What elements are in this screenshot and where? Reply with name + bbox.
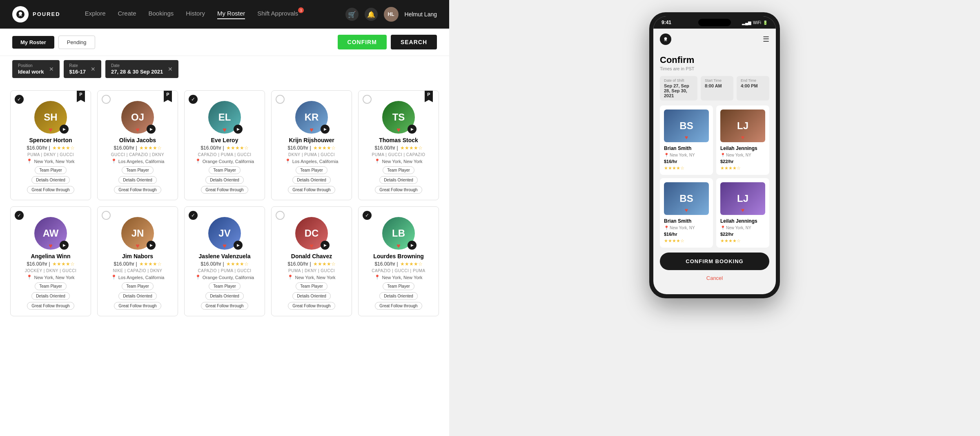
location-pin-icon: 📍 bbox=[287, 275, 293, 280]
bell-icon[interactable]: 🔔 bbox=[365, 8, 378, 21]
worker-tag[interactable]: Details Oriented bbox=[205, 292, 244, 300]
worker-tag[interactable]: Team Player bbox=[122, 166, 154, 174]
toolbar: My Roster Pending CONFIRM SEARCH bbox=[0, 29, 449, 56]
cancel-button[interactable]: Cancel bbox=[660, 273, 769, 283]
worker-tag[interactable]: Great Follow through bbox=[201, 302, 248, 310]
worker-tag[interactable]: Team Player bbox=[383, 282, 414, 290]
pending-button[interactable]: Pending bbox=[58, 36, 95, 49]
worker-tag[interactable]: Team Player bbox=[209, 282, 241, 290]
check-icon[interactable]: ✓ bbox=[15, 211, 24, 220]
play-icon[interactable]: ▶ bbox=[408, 125, 416, 134]
confirm-booking-button[interactable]: CONFIRM BOOKING bbox=[660, 253, 769, 270]
worker-card[interactable]: P TS ♥ ▶ Thomas Stock $16.00/hr | ★★★★☆ … bbox=[358, 90, 439, 200]
worker-tag[interactable]: Details Oriented bbox=[118, 176, 157, 184]
filter-rate-close[interactable]: ✕ bbox=[91, 66, 96, 72]
play-icon[interactable]: ▶ bbox=[234, 125, 243, 134]
worker-tag[interactable]: Team Player bbox=[296, 166, 327, 174]
worker-tag[interactable]: Great Follow through bbox=[201, 186, 248, 194]
phone-mockup: 9:41 ▂▄▆ WiFi 🔋 ☰ Confirm Times are in P… bbox=[649, 12, 780, 298]
worker-tag[interactable]: Details Oriented bbox=[292, 176, 331, 184]
check-icon[interactable] bbox=[102, 211, 111, 220]
worker-tag[interactable]: Great Follow through bbox=[288, 302, 335, 310]
notification-icon[interactable]: 🛒 bbox=[345, 8, 359, 21]
worker-card[interactable]: DC ♥ ▶ Donald Chavez $16.00/hr | ★★★★☆ P… bbox=[271, 206, 352, 316]
nav-explore[interactable]: Explore bbox=[85, 10, 106, 19]
check-icon[interactable]: ✓ bbox=[15, 95, 24, 104]
filters: Position Ideal work ✕ Rate $16-17 ✕ Date… bbox=[0, 56, 449, 84]
play-icon[interactable]: ▶ bbox=[60, 125, 69, 134]
worker-tag[interactable]: Details Oriented bbox=[118, 292, 157, 300]
worker-card[interactable]: JN ♥ ▶ Jim Nabors $16.00/hr | ★★★★☆ NIKE… bbox=[97, 206, 178, 316]
worker-tag[interactable]: Details Oriented bbox=[292, 292, 331, 300]
phone-worker-card[interactable]: LJ ♥ Leilah Jennings 📍New York, NY $22/h… bbox=[716, 105, 769, 175]
worker-card[interactable]: ✓ AW ♥ ▶ Angelina Winn $16.00/hr | ★★★★☆… bbox=[10, 206, 91, 316]
worker-tag[interactable]: Great Follow through bbox=[114, 302, 161, 310]
check-icon[interactable] bbox=[276, 211, 285, 220]
worker-tag[interactable]: Great Follow through bbox=[375, 186, 422, 194]
confirm-button[interactable]: CONFIRM bbox=[338, 35, 387, 49]
worker-tag[interactable]: Team Player bbox=[122, 282, 154, 290]
avatar[interactable]: HL bbox=[384, 7, 399, 22]
location-pin-icon: 📍 bbox=[374, 275, 380, 280]
right-panel: 9:41 ▂▄▆ WiFi 🔋 ☰ Confirm Times are in P… bbox=[449, 0, 980, 436]
worker-tag[interactable]: Details Oriented bbox=[379, 292, 418, 300]
worker-tag[interactable]: Great Follow through bbox=[27, 186, 74, 194]
play-icon[interactable]: ▶ bbox=[147, 241, 156, 250]
nav-bookings[interactable]: Bookings bbox=[149, 10, 174, 19]
worker-card[interactable]: KR ♥ ▶ Krijn Rijshouwer $16.00/hr | ★★★★… bbox=[271, 90, 352, 200]
bookmark-p: P bbox=[427, 92, 430, 97]
worker-tags: Team PlayerDetails OrientedGreat Follow … bbox=[102, 282, 173, 310]
check-icon[interactable]: ✓ bbox=[189, 211, 198, 220]
worker-tag[interactable]: Team Player bbox=[383, 166, 414, 174]
phone-worker-card[interactable]: LJ ♥ Leilah Jennings 📍New York, NY $22/h… bbox=[716, 178, 769, 248]
check-icon[interactable]: ✓ bbox=[363, 211, 372, 220]
phone-notch-pill bbox=[698, 19, 731, 26]
nav-my-roster[interactable]: My Roster bbox=[217, 10, 245, 19]
filter-position-close[interactable]: ✕ bbox=[49, 66, 54, 72]
filter-rate[interactable]: Rate $16-17 ✕ bbox=[64, 60, 101, 78]
check-icon[interactable]: ✓ bbox=[189, 95, 198, 104]
heart-icon: ♥ bbox=[396, 126, 401, 134]
phone-menu-icon[interactable]: ☰ bbox=[763, 35, 769, 44]
my-roster-button[interactable]: My Roster bbox=[12, 36, 54, 49]
phone-worker-card[interactable]: BS ♥ Brian Smith 📍New York, NY $16/hr ★★… bbox=[660, 105, 713, 175]
worker-card[interactable]: P OJ ♥ ▶ Olivia Jacobs $16.00/hr | ★★★★☆… bbox=[97, 90, 178, 200]
worker-card[interactable]: ✓ LB ♥ ▶ Lourdes Browning $16.00/hr | ★★… bbox=[358, 206, 439, 316]
worker-tag[interactable]: Team Player bbox=[35, 282, 67, 290]
worker-tag[interactable]: Great Follow through bbox=[114, 186, 161, 194]
phone-worker-card[interactable]: BS ♥ Brian Smith 📍New York, NY $16/hr ★★… bbox=[660, 178, 713, 248]
worker-tag[interactable]: Great Follow through bbox=[288, 186, 335, 194]
worker-tag[interactable]: Great Follow through bbox=[27, 302, 74, 310]
filter-date[interactable]: Date 27, 28 & 30 Sep 2021 ✕ bbox=[105, 60, 178, 78]
worker-tag[interactable]: Team Player bbox=[35, 166, 67, 174]
location-pin-icon: 📍 bbox=[111, 159, 117, 164]
play-icon[interactable]: ▶ bbox=[234, 241, 243, 250]
worker-card[interactable]: ✓ EL ♥ ▶ Eve Leroy $16.00/hr | ★★★★☆ CAP… bbox=[184, 90, 265, 200]
play-icon[interactable]: ▶ bbox=[321, 125, 330, 134]
phone-worker-name: Brian Smith bbox=[664, 145, 691, 151]
nav-shift-approvals[interactable]: Shift Approvals 1 bbox=[257, 10, 298, 19]
worker-location: 📍Los Angeles, California bbox=[111, 159, 165, 164]
worker-tag[interactable]: Team Player bbox=[209, 166, 241, 174]
check-icon[interactable] bbox=[363, 95, 372, 104]
worker-tag[interactable]: Details Oriented bbox=[31, 176, 70, 184]
nav-create[interactable]: Create bbox=[118, 10, 136, 19]
filter-date-close[interactable]: ✕ bbox=[168, 66, 173, 72]
check-icon[interactable] bbox=[276, 95, 285, 104]
worker-tag[interactable]: Team Player bbox=[296, 282, 327, 290]
play-icon[interactable]: ▶ bbox=[321, 241, 330, 250]
worker-card[interactable]: ✓ JV ♥ ▶ Jaslene Valenzuela $16.00/hr | … bbox=[184, 206, 265, 316]
play-icon[interactable]: ▶ bbox=[60, 241, 69, 250]
filter-position[interactable]: Position Ideal work ✕ bbox=[12, 60, 60, 78]
check-icon[interactable] bbox=[102, 95, 111, 104]
worker-tag[interactable]: Details Oriented bbox=[31, 292, 70, 300]
worker-tag[interactable]: Details Oriented bbox=[379, 176, 418, 184]
worker-card[interactable]: ✓ P SH ♥ ▶ Spencer Horton $16.00/hr | ★★… bbox=[10, 90, 91, 200]
heart-icon: ♥ bbox=[223, 242, 227, 250]
worker-tag[interactable]: Details Oriented bbox=[205, 176, 244, 184]
play-icon[interactable]: ▶ bbox=[408, 241, 416, 250]
nav-history[interactable]: History bbox=[186, 10, 205, 19]
search-button[interactable]: SEARCH bbox=[391, 35, 437, 49]
worker-tag[interactable]: Great Follow through bbox=[375, 302, 422, 310]
play-icon[interactable]: ▶ bbox=[147, 125, 156, 134]
